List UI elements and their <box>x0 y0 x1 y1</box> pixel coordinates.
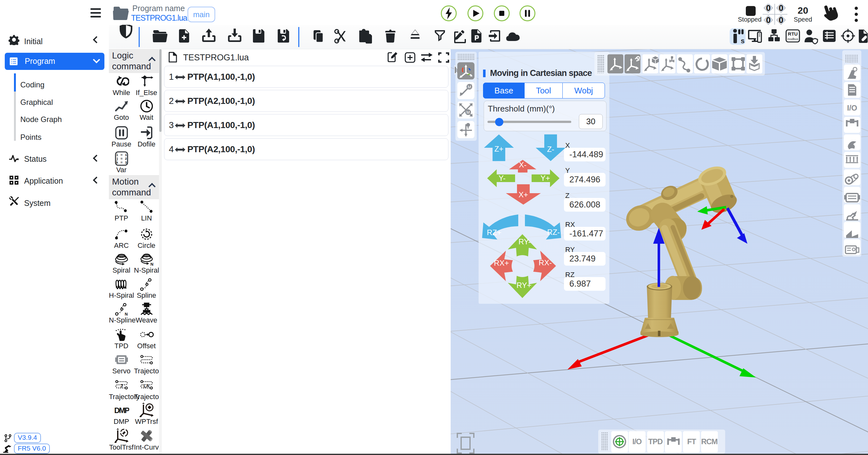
svg-text:I/O: I/O <box>632 437 642 446</box>
svg-text:0: 0 <box>766 4 771 13</box>
svg-text:Z+: Z+ <box>494 145 504 153</box>
svg-text:DMP: DMP <box>114 406 129 415</box>
svg-text:0: 0 <box>766 15 771 25</box>
svg-text:RY+: RY+ <box>517 281 532 289</box>
svg-text:0: 0 <box>779 4 783 13</box>
svg-text:RX-: RX- <box>538 258 552 267</box>
svg-text:TPD: TPD <box>648 437 663 446</box>
svg-text:X-: X- <box>519 161 527 169</box>
svg-text:N: N <box>150 262 153 266</box>
svg-text:RX+: RX+ <box>494 259 509 267</box>
svg-text:0: 0 <box>779 15 783 25</box>
svg-text:M: M <box>468 85 471 89</box>
svg-text:RZ+: RZ+ <box>487 228 501 237</box>
svg-text:RCM: RCM <box>701 437 718 446</box>
svg-text:I/O: I/O <box>847 104 857 112</box>
svg-text:RTU: RTU <box>788 31 798 36</box>
svg-text:modbus: modbus <box>787 37 798 41</box>
svg-text:s: s <box>741 37 745 45</box>
svg-text:Z-: Z- <box>547 145 554 153</box>
svg-text:RZ-: RZ- <box>547 228 560 236</box>
svg-text:Y-: Y- <box>499 174 505 182</box>
svg-text:RY-: RY- <box>519 237 531 246</box>
svg-text:FT: FT <box>687 437 696 446</box>
svg-text:M: M <box>467 110 470 115</box>
svg-text:Y+: Y+ <box>540 174 550 182</box>
svg-text:X+: X+ <box>519 190 528 199</box>
svg-text:J: J <box>120 383 123 388</box>
svg-text:LA: LA <box>144 383 150 388</box>
svg-text:N: N <box>125 312 128 316</box>
svg-text:k = 3: k = 3 <box>116 161 127 165</box>
